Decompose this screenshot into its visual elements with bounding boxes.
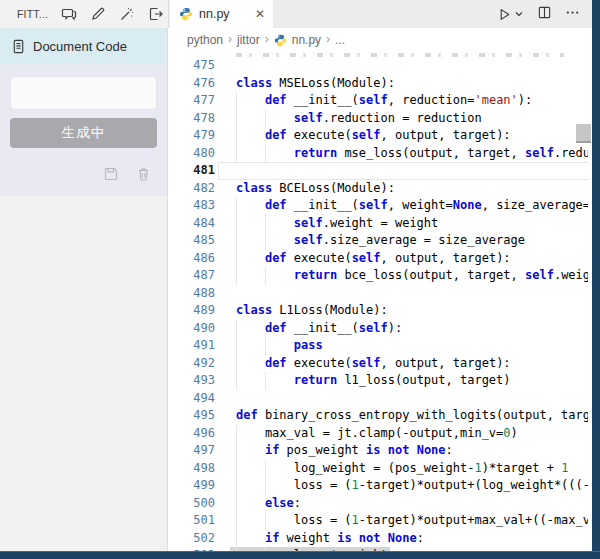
- code-text: self.reduction = reduction: [236, 110, 482, 128]
- line-number: 493: [169, 372, 215, 390]
- line-number: 482: [169, 180, 215, 198]
- code-line[interactable]: 488: [169, 285, 588, 303]
- more-actions-button[interactable]: [565, 5, 580, 24]
- line-number: 491: [169, 337, 215, 355]
- code-text: return l1_loss(output, target): [236, 372, 511, 390]
- line-number: 494: [169, 390, 215, 408]
- code-text: def __init__(self, weight=None, size_ave…: [236, 197, 588, 215]
- code-line[interactable]: 497 if pos_weight is not None:: [169, 442, 588, 460]
- line-number: 478: [169, 110, 215, 128]
- code-text: def execute(self, output, target):: [236, 250, 511, 268]
- line-number: 502: [169, 530, 215, 548]
- code-text: class L1Loss(Module):: [236, 302, 388, 320]
- code-line[interactable]: 482class BCELoss(Module):: [169, 180, 588, 198]
- code-line[interactable]: 480 return mse_loss(output, target, self…: [169, 145, 588, 163]
- code-text: pass: [236, 337, 323, 355]
- panel-title: FITT...: [17, 8, 48, 20]
- run-button[interactable]: [497, 7, 524, 22]
- breadcrumb-item-jittor[interactable]: jittor: [237, 33, 260, 47]
- line-number: 484: [169, 215, 215, 233]
- tab-nn-py[interactable]: nn.py ✕: [170, 0, 273, 28]
- code-line[interactable]: 481: [169, 162, 588, 180]
- code-line[interactable]: 478 self.reduction = reduction: [169, 110, 588, 128]
- code-text: class BCELoss(Module):: [236, 180, 395, 198]
- code-line[interactable]: 492 def execute(self, output, target):: [169, 355, 588, 373]
- document-icon: [11, 39, 26, 54]
- code-text: log_weight = (pos_weight-1)*target + 1: [236, 460, 568, 478]
- line-number: 487: [169, 267, 215, 285]
- sidebar-header: Document Code: [0, 28, 167, 64]
- close-icon[interactable]: ✕: [255, 8, 265, 20]
- editor: python › jittor › nn.py › ... 475476clas…: [169, 28, 592, 552]
- code-line[interactable]: 476class MSELoss(Module):: [169, 75, 588, 93]
- code-line[interactable]: 477 def __init__(self, reduction='mean')…: [169, 92, 588, 110]
- code-text: loss = (1-target)*output+max_val+((-max_…: [236, 512, 588, 530]
- line-number: 483: [169, 197, 215, 215]
- code-line[interactable]: 499 loss = (1-target)*output+(log_weight…: [169, 477, 588, 495]
- sidebar-panel: 生成中: [0, 64, 167, 196]
- current-line-highlight: [218, 162, 588, 180]
- breadcrumb-item-python[interactable]: python: [187, 33, 223, 47]
- code-line[interactable]: 479 def execute(self, output, target):: [169, 127, 588, 145]
- code-text: return mse_loss(output, target, self.red…: [236, 145, 588, 163]
- breadcrumb-item-file[interactable]: nn.py: [292, 33, 321, 47]
- code-text: def execute(self, output, target):: [236, 355, 511, 373]
- line-number: 501: [169, 512, 215, 530]
- line-number: 479: [169, 127, 215, 145]
- python-icon: [274, 34, 287, 47]
- code-text: def binary_cross_entropy_with_logits(out…: [236, 407, 588, 425]
- code-line[interactable]: 490 def __init__(self):: [169, 320, 588, 338]
- code-line[interactable]: 500 else:: [169, 495, 588, 513]
- code-text: def execute(self, output, target):: [236, 127, 511, 145]
- editor-actions: [497, 0, 580, 28]
- code-line[interactable]: 483 def __init__(self, weight=None, size…: [169, 197, 588, 215]
- breadcrumb-item-more[interactable]: ...: [335, 33, 345, 47]
- line-number: 485: [169, 232, 215, 250]
- open-editor-icon[interactable]: [148, 6, 164, 22]
- breadcrumb-separator-icon: ›: [265, 32, 269, 46]
- line-number: 480: [169, 145, 215, 163]
- magic-wand-icon[interactable]: [119, 6, 135, 22]
- code-line[interactable]: 501 loss = (1-target)*output+max_val+((-…: [169, 512, 588, 530]
- code-line[interactable]: 475: [169, 57, 588, 75]
- generate-button[interactable]: 生成中: [10, 118, 157, 148]
- code-line[interactable]: 484 self.weight = weight: [169, 215, 588, 233]
- window-frame-bottom: [0, 551, 600, 559]
- line-number: 499: [169, 477, 215, 495]
- code-line[interactable]: 493 return l1_loss(output, target): [169, 372, 588, 390]
- code-line[interactable]: 486 def execute(self, output, target):: [169, 250, 588, 268]
- code-line[interactable]: 494: [169, 390, 588, 408]
- code-text: else:: [236, 495, 301, 513]
- code-line[interactable]: 487 return bce_loss(output, target, self…: [169, 267, 588, 285]
- chevron-down-icon: [514, 9, 524, 19]
- save-icon[interactable]: [103, 166, 119, 182]
- line-number: 475: [169, 57, 215, 75]
- code-viewport[interactable]: 475476class MSELoss(Module):477 def __in…: [169, 52, 588, 552]
- code-line[interactable]: 496 max_val = jt.clamp(-output,min_v=0): [169, 425, 588, 443]
- edit-pencil-icon[interactable]: [90, 6, 106, 22]
- code-line[interactable]: 485 self.size_average = size_average: [169, 232, 588, 250]
- delete-icon[interactable]: [136, 166, 151, 182]
- line-number: 488: [169, 285, 215, 303]
- panel-toolbar: FITT...: [0, 0, 168, 28]
- line-number: 492: [169, 355, 215, 373]
- doc-input[interactable]: [10, 76, 157, 110]
- code-line[interactable]: 495def binary_cross_entropy_with_logits(…: [169, 407, 588, 425]
- line-number: 497: [169, 442, 215, 460]
- comments-icon[interactable]: [61, 6, 77, 22]
- code-line[interactable]: 489class L1Loss(Module):: [169, 302, 588, 320]
- code-line[interactable]: 491 pass: [169, 337, 588, 355]
- code-line[interactable]: 498 log_weight = (pos_weight-1)*target +…: [169, 460, 588, 478]
- code-line[interactable]: 502 if weight is not None:: [169, 530, 588, 548]
- split-editor-button[interactable]: [537, 5, 552, 24]
- line-number: 476: [169, 75, 215, 93]
- line-number: 489: [169, 302, 215, 320]
- python-icon: [179, 7, 193, 21]
- sidebar-action-icons: [103, 166, 151, 182]
- document-code-sidebar: Document Code 生成中: [0, 28, 168, 552]
- breadcrumb: python › jittor › nn.py › ...: [169, 28, 592, 52]
- line-number: 500: [169, 495, 215, 513]
- sidebar-header-label: Document Code: [33, 39, 127, 54]
- window-frame-right: [592, 0, 600, 559]
- scrollbar-thumb[interactable]: [576, 124, 591, 143]
